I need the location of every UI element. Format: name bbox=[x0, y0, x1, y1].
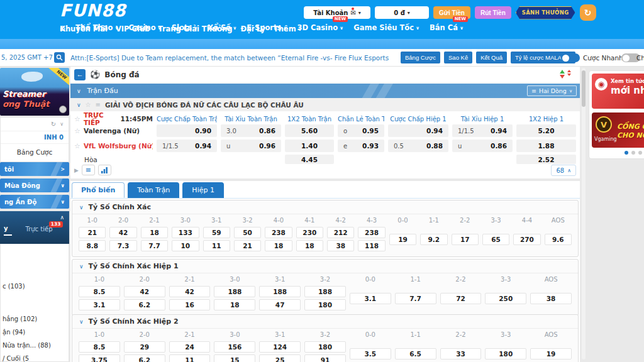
chevron-down-icon[interactable]: ∨ bbox=[60, 121, 64, 127]
stats-button[interactable] bbox=[98, 165, 111, 175]
odds-cell[interactable]: 180 bbox=[485, 348, 526, 359]
odds-cell[interactable]: 18 bbox=[141, 227, 168, 238]
star-icon[interactable]: ☆ bbox=[74, 142, 80, 150]
news-banner[interactable]: ◉ Xem tin tức thể tha mới nhất bbox=[592, 74, 644, 109]
market-filter-item[interactable]: / Cuối (5 bbox=[3, 355, 29, 362]
odds-cell[interactable]: 188 bbox=[214, 286, 255, 297]
list-view-button[interactable]: ≡ bbox=[82, 165, 95, 175]
odds-cell[interactable]: 6.2 bbox=[124, 299, 165, 310]
support-icon[interactable]: ↻ bbox=[580, 4, 596, 21]
odds-cell[interactable]: 10 bbox=[172, 240, 199, 251]
score-section-header[interactable]: ∨Tỷ Số Chính Xác bbox=[72, 200, 578, 214]
odds-cell[interactable]: 230 bbox=[296, 227, 323, 238]
odds-cell[interactable]: 1/1.50.94 bbox=[157, 140, 217, 152]
odds-cell[interactable]: 238 bbox=[265, 227, 292, 238]
odds-cell[interactable]: 5.20 bbox=[516, 124, 576, 137]
bet-board-button[interactable]: Bảng Cược bbox=[1, 144, 69, 160]
market-filter-item[interactable]: Nửa trận... (88) bbox=[3, 342, 51, 349]
odds-cell[interactable]: 1/1.50.94 bbox=[452, 124, 513, 137]
market-filter-item[interactable]: c (103) bbox=[3, 283, 25, 290]
star-icon[interactable]: ☆ bbox=[74, 127, 80, 135]
ket-qua-button[interactable]: Kết Quả bbox=[476, 52, 507, 63]
row-mode-dropdown[interactable]: ≡ Hai Dòng ∨ bbox=[527, 85, 577, 96]
score-section-header[interactable]: ∨Tỷ Số Chính Xác Hiệp 2 bbox=[72, 315, 578, 329]
odds-cell[interactable]: 24 bbox=[169, 341, 211, 353]
sidebar-tab-left[interactable]: y bbox=[4, 225, 12, 236]
odds-sort-icon[interactable] bbox=[560, 70, 571, 79]
odds-cell[interactable]: 1.40 bbox=[285, 140, 334, 152]
odds-cell[interactable]: 25 bbox=[259, 354, 301, 362]
odds-cell[interactable]: 3.00.86 bbox=[221, 124, 281, 137]
promo-banner-streamer[interactable]: NEW Streamer ơng Thuật bbox=[0, 68, 69, 116]
play-icon[interactable]: ▶ bbox=[74, 167, 79, 173]
carousel-dot[interactable] bbox=[631, 151, 635, 155]
odds-cell[interactable]: 18 bbox=[265, 240, 292, 251]
odds-cell[interactable]: 8.5 bbox=[79, 286, 120, 297]
odds-cell[interactable]: 38 bbox=[530, 293, 572, 304]
odds-cell[interactable]: 47 bbox=[259, 299, 301, 310]
odds-cell[interactable]: 180 bbox=[304, 341, 346, 353]
odds-cell[interactable]: 9.2 bbox=[420, 234, 447, 245]
odds-cell[interactable]: 7.3 bbox=[109, 240, 136, 251]
odds-cell[interactable]: 33 bbox=[440, 348, 482, 359]
odds-cell[interactable]: 238 bbox=[358, 227, 385, 238]
odds-cell[interactable]: 59 bbox=[203, 227, 230, 238]
league-header[interactable]: ∨ ☆ ≡ GIẢI VÔ ĐỊCH BÓNG ĐÁ NỮ CÁC CÂU LẠ… bbox=[70, 98, 580, 111]
match-section-bar[interactable]: ∨ Trận Đấu ≡ Hai Dòng ∨ bbox=[70, 84, 580, 98]
odds-cell[interactable]: 5.60 bbox=[285, 124, 334, 137]
odds-cell[interactable]: 9.6 bbox=[545, 234, 572, 245]
odds-cell[interactable]: 250 bbox=[485, 293, 526, 304]
tab-toan-tran[interactable]: Toàn Trận bbox=[128, 182, 179, 198]
odds-cell[interactable]: 50 bbox=[234, 227, 261, 238]
sidebar-link-mua-ong[interactable]: Mùa Đông∨ bbox=[0, 178, 69, 192]
odds-cell[interactable]: u0.86 bbox=[452, 140, 513, 152]
odds-cell[interactable]: 3.75 bbox=[79, 354, 120, 362]
market-filter-item[interactable]: ận (94) bbox=[3, 329, 25, 336]
odds-cell[interactable]: 42 bbox=[169, 286, 211, 297]
parlay-count[interactable]: INH 0 bbox=[1, 131, 69, 144]
odds-cell[interactable]: 3.1 bbox=[79, 299, 120, 310]
odds-cell[interactable]: 156 bbox=[214, 341, 255, 353]
odds-cell[interactable]: 65 bbox=[482, 234, 509, 245]
nav-item-ai-ly[interactable]: Đại Lý bbox=[240, 25, 265, 33]
sidebar-link-toi[interactable]: tôi> bbox=[0, 162, 69, 176]
odds-cell[interactable]: 124 bbox=[259, 341, 301, 353]
rewards-hall-button[interactable]: SẢNH THƯỞNG bbox=[516, 6, 575, 19]
odds-cell[interactable]: 42 bbox=[124, 286, 165, 297]
back-button[interactable]: ← bbox=[74, 69, 86, 80]
odds-cell[interactable]: 17 bbox=[452, 234, 479, 245]
odds-cell[interactable]: 29 bbox=[124, 341, 165, 353]
odds-cell[interactable]: 18 bbox=[296, 240, 323, 251]
odds-cell[interactable]: 7.7 bbox=[141, 240, 168, 251]
sao-ke-button[interactable]: Sao Kê bbox=[444, 52, 472, 63]
odds-cell[interactable]: 6.5 bbox=[395, 348, 436, 359]
bang-cuoc-button[interactable]: Bảng Cược bbox=[401, 52, 440, 63]
vgaming-banner[interactable]: V Vgaming CỔNG GA CHO NG bbox=[592, 112, 644, 148]
odds-cell[interactable]: u0.96 bbox=[221, 140, 281, 152]
odds-cell[interactable]: 4.45 bbox=[285, 155, 334, 164]
brand-logo[interactable]: FUN88 bbox=[60, 1, 126, 20]
odds-cell[interactable]: 3.5 bbox=[350, 348, 391, 359]
odds-cell[interactable]: 6.2 bbox=[124, 354, 165, 362]
odds-cell[interactable]: 212 bbox=[327, 227, 354, 238]
balance-dropdown[interactable]: 0 đ ▾ bbox=[375, 6, 429, 19]
odds-cell[interactable]: 118 bbox=[358, 240, 385, 251]
vertical-scrollbar[interactable] bbox=[582, 68, 586, 359]
odds-cell[interactable]: o0.95 bbox=[338, 124, 384, 137]
odds-cell[interactable]: 188 bbox=[304, 286, 346, 297]
odds-cell[interactable]: 8.5 bbox=[79, 341, 120, 353]
star-icon[interactable]: ☆ bbox=[86, 101, 91, 108]
tab-pho-bien[interactable]: Phổ biến bbox=[72, 182, 125, 198]
odds-cell[interactable]: 188 bbox=[259, 286, 301, 297]
odds-cell[interactable]: 21 bbox=[234, 240, 261, 251]
sidebar-tab-live[interactable]: Trực tiếp 133 bbox=[26, 225, 53, 233]
sidebar-link-ng-an-o[interactable]: ng Ấn Độ∨ bbox=[0, 195, 69, 209]
odds-cell[interactable]: 0.94 bbox=[388, 124, 448, 137]
odds-cell[interactable]: 16 bbox=[169, 299, 211, 310]
odds-cell[interactable]: 2.52 bbox=[516, 155, 576, 164]
odds-cell[interactable]: 0.90 bbox=[157, 124, 217, 137]
odds-cell[interactable]: 8.8 bbox=[79, 240, 106, 251]
odds-cell[interactable]: e0.93 bbox=[338, 140, 384, 152]
carousel-dot[interactable] bbox=[638, 151, 642, 155]
odds-cell[interactable]: 133 bbox=[172, 227, 199, 238]
